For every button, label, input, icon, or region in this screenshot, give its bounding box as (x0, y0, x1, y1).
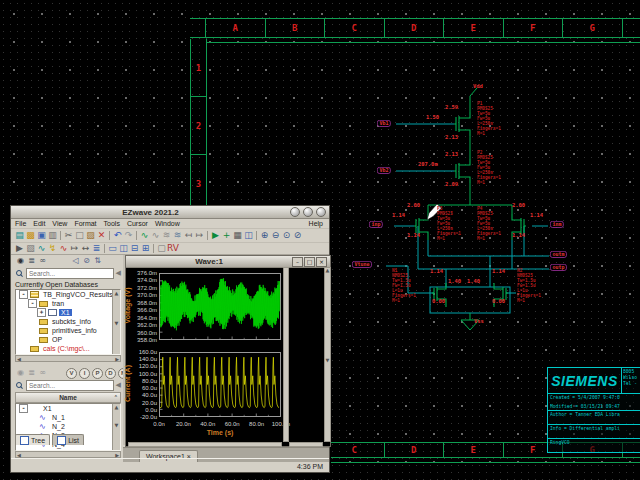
menu-item[interactable]: Tools (104, 220, 120, 227)
toolbar-icon[interactable]: ⊘ (292, 230, 303, 241)
wave-type-filter-icon[interactable]: P (92, 368, 103, 379)
toolbar-icon[interactable]: ↦ (69, 243, 80, 254)
toolbar-icon[interactable]: ▣ (36, 230, 47, 241)
toolbar-icon[interactable]: ∿ (150, 230, 161, 241)
toolbar-icon[interactable]: ✕ (96, 230, 107, 241)
wave-window-button[interactable]: × (316, 257, 327, 267)
wave-window-button[interactable]: – (292, 257, 303, 267)
tree-item[interactable]: subckts_info (16, 317, 120, 326)
port-vb1[interactable]: Vb1 (377, 120, 391, 127)
toolbar-icon[interactable]: ↯ (47, 243, 58, 254)
wave-type-filter-icon[interactable]: D (105, 368, 116, 379)
toolbar-icon[interactable]: ⊞ (140, 243, 151, 254)
toolbar-icon[interactable]: ↤ (183, 230, 194, 241)
maximize-button[interactable] (303, 207, 313, 217)
port-vb2[interactable]: Vb2 (377, 167, 391, 174)
sidebar-tab[interactable]: Tree (15, 434, 50, 445)
toolbar-icon[interactable] (60, 231, 61, 240)
tree-item[interactable]: primitives_info (16, 326, 120, 335)
tree-item[interactable]: OP (16, 335, 120, 344)
toolbar-icon[interactable] (256, 231, 257, 240)
port-outm[interactable]: outm (550, 251, 567, 258)
port-vtune[interactable]: Vtune (352, 261, 372, 268)
toolbar-icon[interactable] (104, 244, 105, 253)
toolbar-icon[interactable]: ↔ (80, 243, 91, 254)
current-plot[interactable] (159, 352, 281, 417)
toolbar-icon[interactable]: ∿ (139, 230, 150, 241)
legend-item-voltage[interactable] (291, 273, 323, 278)
menu-item[interactable]: Edit (33, 220, 45, 227)
toolbar-icon[interactable]: ↦ (194, 230, 205, 241)
toolbar-icon[interactable]: ∿ (58, 243, 69, 254)
toolbar-icon[interactable]: ⊕ (259, 230, 270, 241)
vertical-scrollbar[interactable]: ▲▼ (112, 404, 120, 450)
toolbar-icon[interactable]: ▩ (25, 230, 36, 241)
name-column-header[interactable]: Name⌃ (15, 392, 121, 403)
toolbar-icon[interactable] (109, 231, 110, 240)
tree-item[interactable]: - TB_RingVCO_ResultsPa (16, 290, 120, 299)
wave-window-button[interactable]: □ (304, 257, 315, 267)
toolbar-icon[interactable]: + (221, 230, 232, 241)
toolbar-icon[interactable]: ▧ (25, 243, 36, 254)
toolbar-icon[interactable]: ▦ (232, 230, 243, 241)
toolbar-icon[interactable] (136, 231, 137, 240)
toolbar-icon[interactable]: ↷ (123, 230, 134, 241)
horizontal-scrollbar[interactable]: ◀▶ (15, 355, 121, 362)
toolbar-icon[interactable]: ◫ (118, 243, 129, 254)
toolbar-icon[interactable]: ▥ (47, 230, 58, 241)
toolbar-icon[interactable]: ≣ (91, 243, 102, 254)
toolbar-icon[interactable]: ⊟ (129, 243, 140, 254)
clear-search-icon[interactable]: ◀ (116, 381, 121, 390)
legend-item-current[interactable] (291, 351, 323, 356)
toolbar-icon[interactable]: ▶ (14, 243, 25, 254)
port-outp[interactable]: outp (550, 264, 567, 271)
toolbar-icon[interactable]: ↶ (112, 230, 123, 241)
sidebar-icon[interactable]: ⇅ (92, 256, 103, 266)
toolbar-icon[interactable]: ▨ (85, 230, 96, 241)
toolbar-icon[interactable]: ⊖ (270, 230, 281, 241)
tree-expander[interactable]: + (37, 308, 46, 317)
legend-splitter-scrollbar[interactable] (283, 267, 289, 442)
sidebar-icon[interactable]: ≣ (26, 368, 37, 378)
toolbar-icon[interactable]: ⊙ (281, 230, 292, 241)
legend-vertical-scrollbar[interactable]: ▲▼ (324, 267, 331, 442)
port-inp[interactable]: inp (369, 221, 383, 228)
tree-item[interactable]: - tran (16, 299, 120, 308)
sidebar-icon[interactable]: ◁ (70, 256, 81, 266)
sidebar-icon[interactable]: ◉ (15, 256, 26, 266)
tree-expander[interactable]: - (19, 404, 28, 413)
tree-item[interactable]: cals (C:\mgc\... (16, 344, 120, 353)
toolbar-icon[interactable]: ✂ (63, 230, 74, 241)
toolbar-icon[interactable]: ▭ (107, 243, 118, 254)
toolbar-icon[interactable]: ▢ (156, 243, 167, 254)
tree-item[interactable]: N_2 (16, 422, 120, 431)
horizontal-scrollbar[interactable]: ◀▶ (15, 451, 121, 458)
toolbar-icon[interactable]: ▶ (210, 230, 221, 241)
sidebar-icon[interactable]: ≣ (26, 256, 37, 266)
sidebar-icon[interactable]: ∞ (37, 368, 48, 378)
tree-item[interactable]: - X1 (16, 404, 120, 413)
toolbar-icon[interactable] (153, 244, 154, 253)
menu-item[interactable]: View (52, 220, 67, 227)
toolbar-icon[interactable]: ◫ (243, 230, 254, 241)
menu-item[interactable]: Format (74, 220, 96, 227)
search-input[interactable] (26, 380, 114, 391)
toolbar-icon[interactable] (207, 231, 208, 240)
wave-type-filter-icon[interactable]: I (79, 368, 90, 379)
sidebar-icon[interactable]: ⊘ (81, 256, 92, 266)
wave-type-filter-icon[interactable]: V (66, 368, 77, 379)
minimize-button[interactable] (290, 207, 300, 217)
toolbar-icon[interactable]: ∿ (36, 243, 47, 254)
toolbar-icon[interactable]: ≋ (161, 230, 172, 241)
vertical-scrollbar[interactable]: ▲▼ (112, 290, 120, 354)
sidebar-icon[interactable]: ◉ (15, 368, 26, 378)
port-inm[interactable]: inm (550, 221, 564, 228)
toolbar-icon[interactable]: ≋ (172, 230, 183, 241)
close-button[interactable] (316, 207, 326, 217)
sidebar-tab[interactable]: List (52, 434, 84, 445)
tree-item[interactable]: N_1 (16, 413, 120, 422)
sidebar-icon[interactable]: ∞ (37, 256, 48, 266)
toolbar-icon[interactable]: □ (74, 230, 85, 241)
tree-expander[interactable]: - (28, 299, 37, 308)
toolbar-icon[interactable]: ▤ (14, 230, 25, 241)
